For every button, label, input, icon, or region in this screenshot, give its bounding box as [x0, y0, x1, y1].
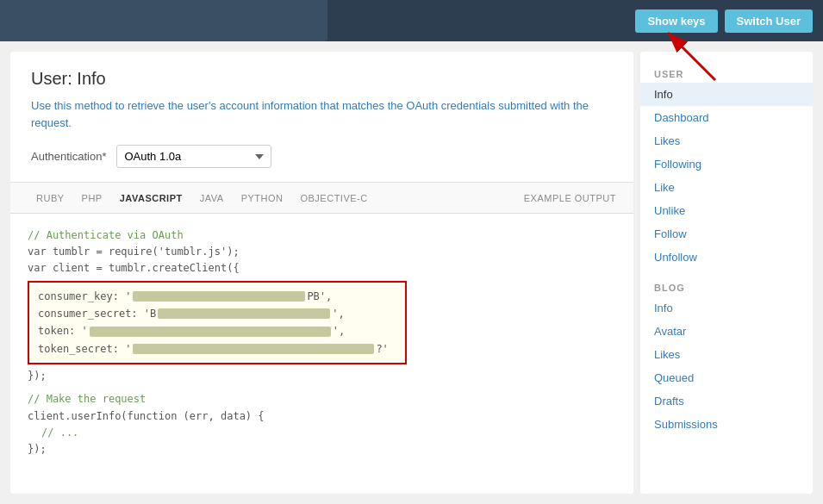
credentials-box: consumer_key: 'PB', consumer_secret: 'B'…	[28, 281, 407, 365]
code-line-2: var tumblr = require('tumblr.js');	[28, 244, 616, 260]
tab-ruby[interactable]: RUBY	[28, 186, 73, 210]
show-keys-button[interactable]: Show keys	[635, 9, 717, 33]
redacted-token-secret	[133, 344, 374, 354]
sidebar-item-avatar[interactable]: Avatar	[640, 320, 813, 343]
sidebar-item-following[interactable]: Following	[640, 152, 813, 176]
sidebar-item-likes[interactable]: Likes	[640, 129, 813, 152]
cred-token-secret-line: token_secret: '?'	[38, 340, 396, 358]
sidebar-section-blog: BLOG	[640, 276, 813, 296]
top-section: User: Info Use this method to retrieve t…	[10, 52, 633, 183]
page-description: Use this method to retrieve the user's a…	[31, 97, 613, 131]
tab-python[interactable]: PYTHON	[233, 186, 292, 210]
code-closing: });	[28, 441, 616, 457]
tab-objective-c[interactable]: OBJECTIVE-C	[291, 186, 376, 210]
comment-auth: // Authenticate via OAuth	[28, 229, 184, 241]
switch-user-button[interactable]: Switch User	[725, 9, 813, 33]
sidebar-item-submissions[interactable]: Submissions	[640, 413, 813, 436]
sidebar-item-queued[interactable]: Queued	[640, 366, 813, 389]
code-line-close: });	[28, 368, 616, 384]
tab-javascript[interactable]: JAVASCRIPT	[111, 186, 191, 210]
redacted-token	[90, 327, 331, 337]
code-make-request: // Make the request	[28, 391, 616, 408]
code-line-3: var client = tumblr.createClient({	[28, 260, 616, 277]
sidebar-item-unfollow[interactable]: Unfollow	[640, 246, 813, 269]
redacted-key	[133, 291, 305, 302]
auth-row: Authentication* OAuth 1.0a None	[31, 145, 613, 168]
sidebar-item-unlike[interactable]: Unlike	[640, 199, 813, 222]
auth-label: Authentication*	[31, 150, 106, 163]
content-area: User: Info Use this method to retrieve t…	[10, 52, 633, 494]
sidebar-item-blog-likes[interactable]: Likes	[640, 343, 813, 366]
code-line-1: // Authenticate via OAuth	[28, 227, 616, 244]
auth-select[interactable]: OAuth 1.0a None	[116, 145, 271, 168]
code-comment-dots: // ...	[28, 425, 616, 441]
sidebar-section-user: USER	[640, 62, 813, 83]
sidebar-item-blog-info[interactable]: Info	[640, 296, 813, 320]
tab-java[interactable]: JAVA	[191, 186, 233, 210]
cred-key-line: consumer_key: 'PB',	[38, 288, 396, 305]
code-area: // Authenticate via OAuth var tumblr = r…	[10, 214, 633, 494]
redacted-secret	[158, 308, 330, 319]
cred-token-line: token: '',	[38, 322, 396, 339]
sidebar-item-follow[interactable]: Follow	[640, 222, 813, 246]
page-title: User: Info	[31, 69, 613, 89]
sidebar-item-drafts[interactable]: Drafts	[640, 389, 813, 413]
tab-example-output[interactable]: EXAMPLE OUTPUT	[524, 193, 616, 203]
header: Show keys Switch User	[0, 0, 823, 41]
code-tabs: RUBY PHP JAVASCRIPT JAVA PYTHON OBJECTIV…	[10, 183, 633, 214]
sidebar-item-dashboard[interactable]: Dashboard	[640, 106, 813, 129]
main-layout: User: Info Use this method to retrieve t…	[0, 41, 823, 504]
sidebar-item-user-info[interactable]: Info	[640, 83, 813, 106]
tab-php[interactable]: PHP	[73, 186, 111, 210]
code-client-call: client.userInfo(function (err, data) {	[28, 408, 616, 425]
sidebar-item-like[interactable]: Like	[640, 176, 813, 199]
cred-secret-line: consumer_secret: 'B',	[38, 305, 396, 322]
header-placeholder	[0, 0, 327, 41]
sidebar: USER Info Dashboard Likes Following Like…	[640, 52, 813, 494]
